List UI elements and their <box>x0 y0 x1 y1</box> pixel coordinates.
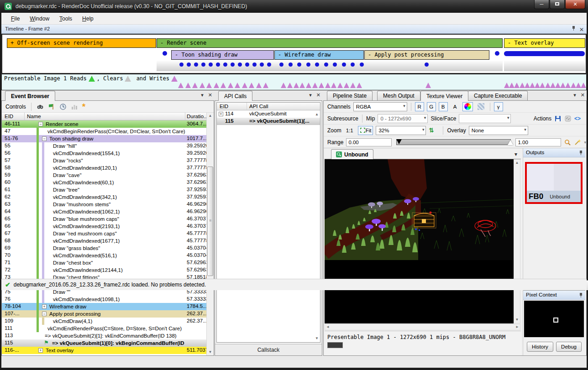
time-draws-clock-icon[interactable] <box>59 103 67 110</box>
timeline-draw-dot[interactable] <box>223 63 227 67</box>
find-icon[interactable] <box>37 103 44 110</box>
event-row[interactable]: 60vkCmdDrawIndexed(60,1)37.62963 <box>2 179 206 186</box>
gamma-button[interactable]: γ <box>494 102 503 111</box>
texture-viewport[interactable] <box>325 159 514 323</box>
timeline-draw-dot[interactable] <box>201 63 205 67</box>
menu-help[interactable]: Help <box>77 14 99 23</box>
fb0-thumbnail[interactable]: FB0 Unbound <box>525 162 583 204</box>
write-marker-triangle[interactable] <box>540 83 545 88</box>
autofit-magnifier-icon[interactable] <box>564 139 571 146</box>
column-eid[interactable]: EID <box>2 113 25 120</box>
timeline-dock-title[interactable]: Timeline - Frame #2 ✕ <box>1 25 587 34</box>
event-row[interactable]: 64vkCmdDrawIndexed(1062,1)46.96296 <box>2 208 206 215</box>
write-marker-triangle[interactable] <box>287 83 293 88</box>
event-row[interactable]: 57Draw "rocks"37.77778 <box>2 157 206 164</box>
write-marker-triangle[interactable] <box>555 83 561 88</box>
timeline-draw-dot[interactable] <box>297 63 301 67</box>
timeline-draw-dot[interactable] <box>179 63 184 67</box>
api-column-call[interactable]: API Call <box>247 103 320 110</box>
write-marker-triangle[interactable] <box>200 83 205 88</box>
tab-capture-executable[interactable]: Capture Executable <box>468 91 528 100</box>
event-row[interactable]: 66vkCmdDrawIndexed(2193,1)46.37037 <box>2 223 206 230</box>
collapse-icon[interactable]: − <box>38 122 43 126</box>
api-call-row[interactable]: 115=> vkQueueSubmit(1)[... <box>217 118 320 125</box>
event-row[interactable]: 116-...+Text overlay511.7037 <box>2 347 206 354</box>
event-row[interactable]: 70vkCmdDrawIndexed(516,1)45.03704 <box>2 252 206 259</box>
range-black-point-handle[interactable] <box>396 139 402 144</box>
outputs-pin-icon[interactable] <box>579 150 583 156</box>
write-marker-triangle[interactable] <box>520 83 525 88</box>
write-marker-triangle[interactable] <box>525 83 530 88</box>
event-row[interactable]: 61Draw "tree"37.92593 <box>2 186 206 193</box>
channel-red-button[interactable]: R <box>415 102 424 111</box>
event-row[interactable]: 115⚑=> vkQueueSubmit(1)[0]: vkBeginComma… <box>2 339 206 347</box>
write-marker-triangle[interactable] <box>249 83 254 88</box>
event-row[interactable]: 68vkCmdDrawIndexed(1677,1)45.77778 <box>2 237 206 245</box>
tab-pipeline-state[interactable]: Pipeline State <box>327 91 373 100</box>
timeline-usage-strip[interactable]: Presentable Image 1 Reads , Clears and W… <box>1 74 587 90</box>
write-marker-triangle[interactable] <box>514 83 520 88</box>
timeline-draw-dot[interactable] <box>238 63 242 67</box>
write-marker-triangle[interactable] <box>581 83 586 88</box>
texture-viewer-close-icon[interactable]: ✕ <box>581 92 585 98</box>
event-row[interactable]: 107-...−Apply post processing262.37... <box>2 310 206 318</box>
event-row[interactable]: 76vkCmdDrawIndexed(1098,1)57.33333 <box>2 296 206 303</box>
column-duration[interactable]: Duratio... <box>185 113 206 120</box>
collapse-icon[interactable]: − <box>42 312 47 316</box>
write-marker-triangle[interactable] <box>299 83 305 88</box>
event-row[interactable]: 62vkCmdDrawIndexed(342,1)37.92593 <box>2 193 206 201</box>
write-marker-triangle[interactable] <box>185 83 191 88</box>
timeline-bar[interactable]: + Off-screen scene rendering <box>7 38 156 48</box>
expand-icon[interactable]: + <box>219 112 223 116</box>
mip-combo[interactable]: 0 - 1272x690 <box>378 114 428 123</box>
write-marker-triangle[interactable] <box>214 83 219 88</box>
write-marker-triangle[interactable] <box>337 83 343 88</box>
write-marker-triangle[interactable] <box>178 83 184 88</box>
event-row[interactable]: 56vkCmdDrawIndexed(1554,1)39.25926 <box>2 150 206 157</box>
write-marker-triangle[interactable] <box>425 83 431 88</box>
write-marker-triangle[interactable] <box>263 83 268 88</box>
timeline-bar[interactable]: - Render scene <box>157 38 503 48</box>
write-marker-triangle[interactable] <box>192 83 198 88</box>
range-max-input[interactable]: 1.00 <box>515 138 561 146</box>
timeline-bar[interactable]: - Toon shading draw <box>171 50 274 60</box>
write-marker-triangle[interactable] <box>535 83 540 88</box>
menu-window[interactable]: Window <box>25 14 54 23</box>
menu-file[interactable]: File <box>6 14 25 23</box>
timeline-draw-dot[interactable] <box>267 63 271 67</box>
timeline-close-icon[interactable]: ✕ <box>579 26 584 34</box>
write-marker-triangle[interactable] <box>504 83 509 88</box>
event-row[interactable]: 111vkCmdEndRenderPass(C=Store, D=Store, … <box>2 325 206 332</box>
timeline-draw-dot[interactable] <box>194 63 198 67</box>
event-row[interactable]: 59Draw "cave"37.62963 <box>2 172 206 179</box>
timeline-draw-dot[interactable] <box>209 63 213 67</box>
bookmark-asterisk-icon[interactable]: * <box>82 104 85 110</box>
debug-button[interactable]: Debug <box>556 342 582 352</box>
timeline-draw-dot[interactable] <box>342 63 346 67</box>
alpha-checker-button[interactable] <box>476 102 486 111</box>
event-row[interactable]: 65Draw "blue mushroom caps"46.37037 <box>2 215 206 223</box>
event-row[interactable]: 63Draw "mushroom stems"46.96296 <box>2 201 206 208</box>
api-calls-close-icon[interactable]: ✕ <box>316 92 320 98</box>
texture-hscrollbar[interactable]: ◄► <box>325 324 520 330</box>
range-white-point-handle[interactable] <box>508 140 513 145</box>
event-row[interactable]: 113=> vkQueueSubmit(2)[1]: vkEndCommandB… <box>2 332 206 339</box>
timeline-draw-dot[interactable] <box>425 63 429 67</box>
timeline-draw-dot[interactable] <box>289 63 293 67</box>
timeline-draw-dot[interactable] <box>216 63 220 67</box>
range-min-input[interactable]: 0.00 <box>346 138 392 146</box>
zoom-1-1-button[interactable]: 1:1 <box>344 126 355 135</box>
timeline-draw-dot[interactable] <box>279 63 284 67</box>
collapse-icon[interactable]: − <box>42 136 47 141</box>
tab-texture-viewer[interactable]: Texture Viewer <box>420 91 468 101</box>
event-row[interactable]: 58vkCmdDrawIndexed(120,1)37.77778 <box>2 164 206 172</box>
api-column-eid[interactable]: EID <box>217 103 247 110</box>
expand-icon[interactable]: + <box>42 304 47 309</box>
write-marker-triangle[interactable] <box>560 83 566 88</box>
event-row[interactable]: 67Draw "red mushroom caps"45.77778 <box>2 230 206 237</box>
write-marker-triangle[interactable] <box>509 83 514 88</box>
overlay-combo[interactable]: None <box>469 126 528 135</box>
jump-to-event-flag-icon[interactable] <box>48 103 55 110</box>
write-marker-triangle[interactable] <box>228 83 233 88</box>
timeline-bar[interactable]: - Apply post processing <box>364 50 489 60</box>
